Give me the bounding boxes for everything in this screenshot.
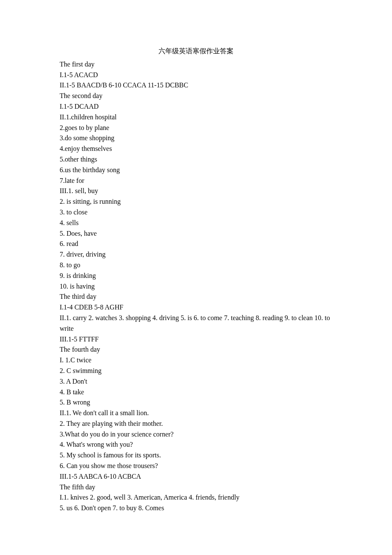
text-line: The second day <box>60 91 332 101</box>
text-line: 2.goes to by plane <box>60 123 332 133</box>
text-line: I.1. knives 2. good, well 3. American, A… <box>60 492 332 503</box>
page-title: 六年级英语寒假作业答案 <box>60 46 332 57</box>
text-line: I. 1.C twice <box>60 355 332 366</box>
text-line: 2. C swimming <box>60 366 332 376</box>
text-line: 3.What do you do in your science corner? <box>60 429 332 440</box>
text-line: II.1. carry 2. watches 3. shopping 4. dr… <box>60 313 332 334</box>
text-line: 5. Does, have <box>60 228 332 239</box>
text-line: II.1-5 BAACD/B 6-10 CCACA 11-15 DCBBC <box>60 80 332 91</box>
text-line: 7.late for <box>60 176 332 186</box>
text-line: 5. My school is famous for its sports. <box>60 450 332 461</box>
text-line: 3. to close <box>60 207 332 218</box>
text-line: 2. is sitting, is running <box>60 197 332 207</box>
text-line: 5. B wrong <box>60 397 332 408</box>
text-line: 8. to go <box>60 260 332 271</box>
text-line: The third day <box>60 292 332 302</box>
text-line: 6.us the birthday song <box>60 165 332 176</box>
text-line: 4. What's wrong with you? <box>60 439 332 450</box>
text-line: III.1. sell, buy <box>60 186 332 197</box>
text-line: II.1.children hospital <box>60 112 332 123</box>
text-line: 4. sells <box>60 218 332 228</box>
text-line: 7. driver, driving <box>60 249 332 260</box>
text-line: The fifth day <box>60 482 332 493</box>
text-line: II.1. We don't call it a small lion. <box>60 408 332 419</box>
text-line: III.1-5 FTTFF <box>60 334 332 345</box>
text-line: 3. A Don't <box>60 376 332 387</box>
text-line: 3.do some shopping <box>60 133 332 144</box>
text-line: 5. us 6. Don't open 7. to buy 8. Comes <box>60 503 332 514</box>
text-line: 2. They are playing with their mother. <box>60 419 332 429</box>
text-line: 10. is having <box>60 281 332 292</box>
text-line: I.1-4 CDEB 5-8 AGHF <box>60 302 332 313</box>
text-line: 6. Can you show me those trousers? <box>60 461 332 471</box>
text-line: 9. is drinking <box>60 271 332 281</box>
text-line: 6. read <box>60 239 332 249</box>
text-line: The first day <box>60 59 332 70</box>
text-line: 5.other things <box>60 154 332 165</box>
text-line: 4. B take <box>60 387 332 398</box>
text-line: III.1-5 AABCA 6-10 ACBCA <box>60 471 332 482</box>
text-line: I.1-5 ACACD <box>60 70 332 81</box>
text-line: I.1-5 DCAAD <box>60 101 332 112</box>
document-body: The first dayI.1-5 ACACDII.1-5 BAACD/B 6… <box>60 59 332 514</box>
text-line: 4.enjoy themselves <box>60 144 332 154</box>
text-line: The fourth day <box>60 344 332 355</box>
